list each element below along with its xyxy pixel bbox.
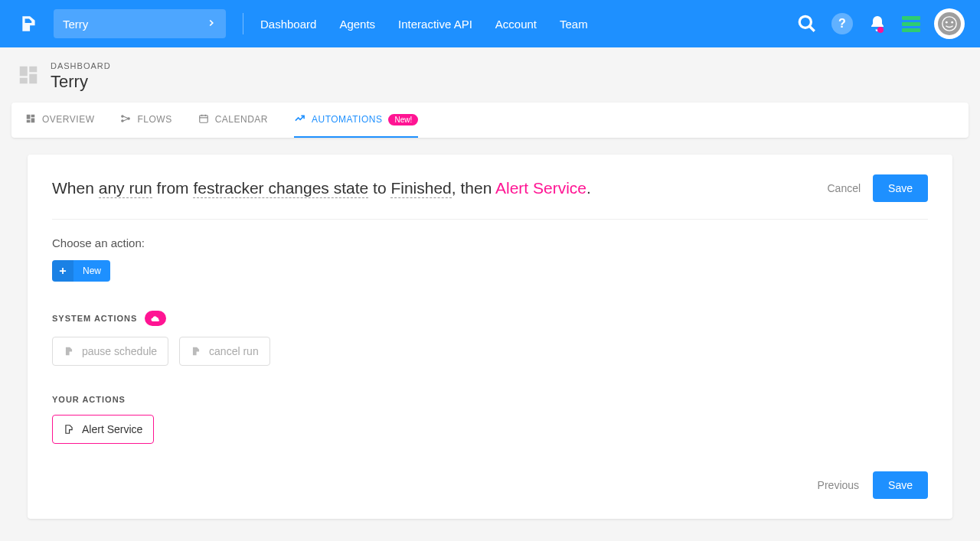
svg-rect-9 <box>27 114 31 119</box>
choose-action-label: Choose an action: <box>52 236 928 249</box>
chevron-right-icon <box>206 18 217 31</box>
help-icon[interactable]: ? <box>831 13 853 34</box>
svg-rect-5 <box>20 67 28 77</box>
automations-icon <box>294 112 305 126</box>
app-header: Terry Dashboard Agents Interactive API A… <box>0 0 980 47</box>
flow-icon <box>120 113 131 126</box>
chip-label: cancel run <box>209 345 259 357</box>
rule-text: from <box>152 179 194 197</box>
rule-row: When any run from festracker changes sta… <box>52 174 928 220</box>
header-divider <box>243 13 243 34</box>
new-button-label: New <box>74 266 110 276</box>
svg-point-3 <box>951 21 953 24</box>
tab-automations[interactable]: AUTOMATIONS New! <box>294 103 418 138</box>
search-icon[interactable] <box>796 13 818 34</box>
rule-text: When <box>52 179 99 197</box>
previous-button[interactable]: Previous <box>818 479 859 491</box>
tab-label: AUTOMATIONS <box>312 114 382 125</box>
tab-flows[interactable]: FLOWS <box>120 103 172 138</box>
nav-team[interactable]: Team <box>560 18 588 31</box>
svg-line-1 <box>809 26 815 31</box>
rule-actions: Cancel Save <box>827 174 928 202</box>
project-name: Terry <box>63 18 88 31</box>
rule-flow-token[interactable]: festracker changes state <box>193 179 368 198</box>
prefect-icon <box>191 346 201 357</box>
tab-label: FLOWS <box>137 114 172 125</box>
tab-calendar[interactable]: CALENDAR <box>198 103 268 138</box>
automation-card: When any run from festracker changes sta… <box>28 155 952 519</box>
main-nav: Dashboard Agents Interactive API Account… <box>260 18 588 31</box>
svg-rect-12 <box>31 118 35 122</box>
page-title: Terry <box>51 72 111 92</box>
rule-state-token[interactable]: Finished <box>390 179 451 198</box>
system-actions-label: SYSTEM ACTIONS <box>52 314 137 323</box>
tab-overview[interactable]: OVERVIEW <box>25 103 94 138</box>
header-actions: ? <box>796 8 965 39</box>
chip-label: pause schedule <box>82 345 157 357</box>
queue-status-icon[interactable] <box>902 16 920 32</box>
rule-sentence: When any run from festracker changes sta… <box>52 176 591 200</box>
svg-point-4 <box>942 17 956 31</box>
notification-dot <box>877 27 884 33</box>
dashboard-icon <box>17 64 40 90</box>
breadcrumb: DASHBOARD <box>51 61 111 70</box>
svg-rect-6 <box>29 67 37 73</box>
app-logo[interactable] <box>15 10 43 37</box>
save-button-footer[interactable]: Save <box>873 471 928 499</box>
svg-point-2 <box>946 21 948 24</box>
cancel-button[interactable]: Cancel <box>827 182 861 194</box>
prefect-icon <box>64 424 74 435</box>
svg-point-14 <box>122 119 123 121</box>
svg-rect-8 <box>29 74 37 84</box>
your-actions-row: Alert Service <box>52 415 928 444</box>
new-action-button[interactable]: New <box>52 260 110 282</box>
system-actions-heading: SYSTEM ACTIONS <box>52 311 928 326</box>
nav-dashboard[interactable]: Dashboard <box>260 18 316 31</box>
svg-point-15 <box>128 117 129 119</box>
project-selector[interactable]: Terry <box>54 9 226 38</box>
rule-text: , then <box>452 179 495 197</box>
chip-label: Alert Service <box>82 423 142 435</box>
tabs: OVERVIEW FLOWS CALENDAR AUTOMATIONS New! <box>11 103 969 138</box>
svg-rect-11 <box>27 119 31 122</box>
svg-rect-7 <box>20 78 28 84</box>
your-actions-heading: YOUR ACTIONS <box>52 395 928 404</box>
prefect-icon <box>64 346 74 357</box>
cancel-run-chip[interactable]: cancel run <box>179 337 270 366</box>
system-actions-row: pause schedule cancel run <box>52 337 928 366</box>
tab-label: OVERVIEW <box>42 114 94 125</box>
avatar[interactable] <box>934 8 965 39</box>
grid-icon <box>25 113 36 126</box>
svg-point-13 <box>122 115 123 116</box>
tab-label: CALENDAR <box>215 114 268 125</box>
breadcrumb-area: DASHBOARD Terry <box>0 47 980 103</box>
calendar-icon <box>198 113 209 126</box>
svg-rect-16 <box>199 115 207 122</box>
nav-interactive-api[interactable]: Interactive API <box>398 18 472 31</box>
rule-text: to <box>368 179 390 197</box>
rule-action-token[interactable]: Alert Service <box>495 179 586 197</box>
rule-run-token[interactable]: any run <box>99 179 152 198</box>
pause-schedule-chip[interactable]: pause schedule <box>52 337 168 366</box>
alert-service-chip[interactable]: Alert Service <box>52 415 154 444</box>
cloud-icon <box>145 311 166 326</box>
notifications-icon[interactable] <box>867 13 888 34</box>
rule-text: . <box>586 179 591 197</box>
nav-agents[interactable]: Agents <box>339 18 375 31</box>
save-button[interactable]: Save <box>873 174 928 202</box>
plus-icon <box>52 260 74 282</box>
svg-point-0 <box>799 16 811 28</box>
footer-actions: Previous Save <box>52 471 928 499</box>
new-badge: New! <box>388 114 418 125</box>
nav-account[interactable]: Account <box>495 18 537 31</box>
svg-rect-10 <box>31 114 35 117</box>
